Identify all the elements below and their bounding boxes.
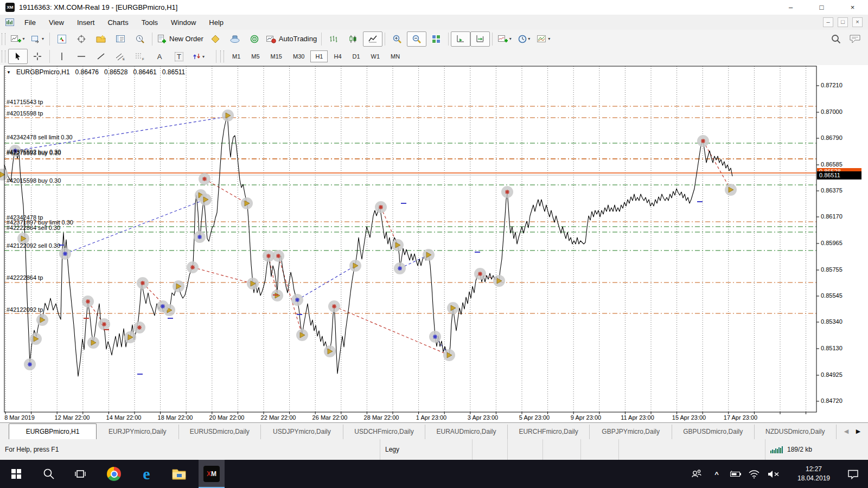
- one-click-trading-arrow-icon[interactable]: ▼: [7, 70, 11, 75]
- timeframe-h1[interactable]: H1: [310, 50, 328, 62]
- child-restore-button[interactable]: □: [838, 17, 848, 27]
- toolbar-grip[interactable]: [2, 33, 5, 45]
- chart-tab[interactable]: EURGBPmicro,H1: [9, 423, 97, 440]
- arrows-tool-button[interactable]: ▾: [189, 49, 208, 64]
- chart-tab[interactable]: GBPJPYmicro,Daily: [590, 425, 672, 439]
- chart-area[interactable]: ▼ EURGBPmicro,H1 0.86476 0.86528 0.86461…: [0, 65, 868, 422]
- sell-order-arrow-icon: [478, 272, 482, 276]
- cursor-button[interactable]: [8, 49, 28, 64]
- chart-tab[interactable]: EURJPYmicro,Daily: [97, 425, 179, 439]
- new-chart-button[interactable]: ▾: [8, 31, 28, 47]
- chart-tab[interactable]: EURUSDmicro,Daily: [179, 425, 261, 439]
- tab-scroll-left-icon[interactable]: ◀: [844, 428, 848, 435]
- dropdown-icon[interactable]: ▾: [528, 36, 530, 41]
- timeframe-mn[interactable]: MN: [386, 50, 405, 62]
- timeframe-d1[interactable]: D1: [348, 50, 365, 62]
- timeframe-m30[interactable]: M30: [288, 50, 309, 62]
- start-button[interactable]: [3, 460, 29, 488]
- fibonacci-button[interactable]: F: [130, 49, 150, 64]
- tile-windows-button[interactable]: [426, 31, 446, 47]
- toolbar-grip[interactable]: [2, 50, 5, 62]
- battery-tray-icon[interactable]: [726, 460, 745, 488]
- task-view-button[interactable]: [67, 460, 93, 488]
- chart-shift-button[interactable]: [470, 31, 490, 47]
- chart-tab[interactable]: USDJPYmicro,Daily: [261, 425, 343, 439]
- file-explorer-button[interactable]: [166, 460, 192, 488]
- timeframe-m1[interactable]: M1: [227, 50, 245, 62]
- timeframe-m5[interactable]: M5: [246, 50, 264, 62]
- zoom-out-button[interactable]: [407, 31, 426, 47]
- chat-icon[interactable]: [850, 34, 861, 43]
- dropdown-icon[interactable]: ▾: [202, 54, 205, 59]
- equidistant-channel-button[interactable]: E: [111, 49, 130, 64]
- chrome-button[interactable]: [101, 460, 127, 488]
- menu-view[interactable]: View: [42, 18, 71, 27]
- tab-scroll-arrows: ◀ ▶: [837, 423, 868, 440]
- templates-button[interactable]: ▾: [534, 31, 553, 47]
- action-center-button[interactable]: [841, 460, 865, 488]
- chart-tab[interactable]: NZDUSDmicro,Daily: [755, 425, 837, 439]
- menu-charts[interactable]: Charts: [101, 18, 135, 27]
- navigator-button[interactable]: [91, 31, 111, 47]
- tray-expand-button[interactable]: ^: [709, 460, 725, 488]
- close-button[interactable]: ×: [837, 0, 868, 15]
- volume-tray-icon[interactable]: [763, 460, 784, 488]
- periods-button[interactable]: ▾: [514, 31, 534, 47]
- market-watch-button[interactable]: [52, 31, 72, 47]
- xm-mt4-button[interactable]: XM: [199, 460, 225, 488]
- minimize-button[interactable]: –: [775, 0, 806, 15]
- menu-help[interactable]: Help: [202, 18, 230, 27]
- text-label-button[interactable]: T: [169, 49, 189, 64]
- data-window-button[interactable]: [72, 31, 91, 47]
- dropdown-icon[interactable]: ▾: [548, 36, 550, 41]
- chart-tab[interactable]: USDCHFmicro,Daily: [343, 425, 426, 439]
- signals-button[interactable]: [245, 31, 264, 47]
- profiles-button[interactable]: ▾: [28, 31, 47, 47]
- menu-tools[interactable]: Tools: [135, 18, 164, 27]
- timeframe-w1[interactable]: W1: [366, 50, 385, 62]
- bar-chart-button[interactable]: [324, 31, 343, 47]
- child-minimize-button[interactable]: –: [823, 17, 833, 27]
- metaeditor-button[interactable]: [206, 31, 225, 47]
- menu-file[interactable]: File: [18, 18, 42, 27]
- tab-scroll-right-icon[interactable]: ▶: [856, 428, 860, 435]
- search-icon[interactable]: [831, 34, 841, 44]
- autotrading-button[interactable]: AutoTrading: [264, 31, 319, 47]
- wifi-tray-icon[interactable]: [745, 460, 763, 488]
- price-chart-canvas[interactable]: [0, 65, 868, 422]
- chart-tab[interactable]: EURCHFmicro,Daily: [508, 425, 590, 439]
- virtual-hosting-button[interactable]: [225, 31, 245, 47]
- toolbar-grip[interactable]: [220, 50, 224, 62]
- terminal-button[interactable]: [111, 31, 130, 47]
- menu-window[interactable]: Window: [164, 18, 202, 27]
- strategy-tester-button[interactable]: [130, 31, 150, 47]
- chart-tab[interactable]: GBPUSDmicro,Daily: [672, 425, 755, 439]
- time-axis-label: 20 Mar 22:00: [209, 414, 245, 421]
- taskbar-search-button[interactable]: [36, 460, 62, 488]
- timeframe-m15[interactable]: M15: [266, 50, 287, 62]
- line-chart-button[interactable]: [363, 31, 382, 47]
- horizontal-line-button[interactable]: [72, 49, 91, 64]
- taskbar-clock[interactable]: 12:27 18.04.2019: [788, 465, 840, 483]
- price-axis-label: 0.85545: [821, 292, 843, 299]
- crosshair-button[interactable]: [28, 49, 47, 64]
- indicators-button[interactable]: ▾: [495, 31, 514, 47]
- menu-insert[interactable]: Insert: [71, 18, 101, 27]
- restore-button[interactable]: □: [806, 0, 837, 15]
- text-tool-button[interactable]: A: [150, 49, 169, 64]
- vertical-line-button[interactable]: [52, 49, 72, 64]
- edge-button[interactable]: e: [133, 460, 159, 488]
- trendline-button[interactable]: [91, 49, 111, 64]
- auto-scroll-button[interactable]: [451, 31, 470, 47]
- new-order-button[interactable]: New Order: [155, 31, 206, 47]
- dropdown-icon[interactable]: ▾: [509, 36, 512, 41]
- dropdown-icon[interactable]: ▾: [42, 36, 44, 41]
- chart-tab[interactable]: EURAUDmicro,Daily: [425, 425, 508, 439]
- buy-order-arrow-icon: [28, 362, 32, 367]
- people-tray-icon[interactable]: [685, 460, 709, 488]
- child-close-button[interactable]: ×: [852, 17, 863, 27]
- timeframe-h4[interactable]: H4: [329, 50, 346, 62]
- candlestick-button[interactable]: [343, 31, 363, 47]
- zoom-in-button[interactable]: [387, 31, 407, 47]
- dropdown-icon[interactable]: ▾: [22, 36, 24, 41]
